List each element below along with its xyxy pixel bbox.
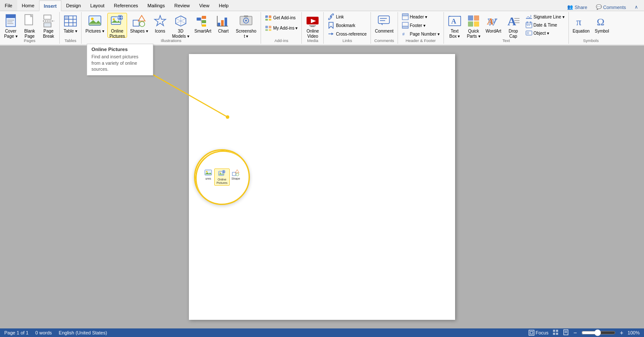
shapes-button[interactable]: Shapes ▾ [128,13,150,38]
header-button[interactable]: Header ▾ [400,13,430,21]
svg-point-22 [112,18,115,21]
status-bar: Page 1 of 1 0 words English (United Stat… [0,328,644,337]
language: English (United States) [59,330,107,335]
cover-page-button[interactable]: CoverPage ▾ [2,13,20,38]
svg-rect-56 [265,26,268,28]
tooltip-popup: Online Pictures Find and insert pictures… [87,44,153,75]
svg-rect-57 [269,26,271,28]
link-button[interactable]: Link [325,13,346,21]
tooltip-title: Online Pictures [91,47,149,52]
zoom-pictures-icon [204,168,213,177]
svg-rect-125 [553,333,555,335]
drop-cap-button[interactable]: A DropCap [504,13,522,38]
icons-button[interactable]: Icons [151,13,169,38]
zoom-in-button[interactable]: + [620,329,623,336]
equation-button[interactable]: π Equation [571,13,592,38]
3d-models-button[interactable]: 3DModels ▾ [170,13,191,38]
drop-cap-icon: A [507,14,520,28]
online-video-label: OnlineVideo [307,29,319,39]
print-layout-icon[interactable] [563,329,569,336]
tab-review[interactable]: Review [170,0,194,11]
my-addins-icon [265,24,272,31]
cross-reference-button[interactable]: Cross-reference [325,30,369,38]
drop-cap-label: DropCap [509,29,518,39]
svg-rect-53 [265,19,268,21]
blank-page-button[interactable]: BlankPage [21,13,39,38]
zoom-out-button[interactable]: − [573,329,577,336]
footer-button[interactable]: Footer ▾ [400,21,428,29]
tab-references[interactable]: References [109,0,143,11]
tables-group-label: Tables [60,38,81,43]
addins-group-label: Add-ins [261,38,301,43]
svg-rect-124 [556,330,558,332]
wordart-button[interactable]: W A WordArt [483,13,504,38]
focus-icon [529,330,535,336]
focus-label: Focus [536,330,549,335]
svg-rect-8 [44,15,51,19]
comment-icon [377,14,391,28]
tab-layout[interactable]: Layout [85,0,109,11]
online-video-icon [306,14,319,28]
svg-rect-127 [564,330,568,335]
media-group-label: Media [302,38,323,43]
online-pictures-button[interactable]: OnlinePictures [107,13,127,38]
chart-button[interactable]: Chart [214,13,232,38]
table-button[interactable]: Table ▾ [61,13,79,38]
shapes-label: Shapes ▾ [130,29,148,34]
tab-design[interactable]: Design [61,0,85,11]
equation-label: Equation [573,29,589,34]
share-button[interactable]: 👥 Share [565,3,589,11]
bookmark-button[interactable]: Bookmark [325,21,357,29]
signature-line-button[interactable]: Signature Line ▾ [523,13,567,21]
ribbon-group-header-footer: Header ▾ Footer ▾ # [398,12,444,44]
tab-mailings[interactable]: Mailings [143,0,170,11]
svg-point-18 [91,18,94,20]
svg-rect-44 [225,18,227,26]
svg-rect-42 [218,23,220,26]
zoom-pictures-label: ures [205,177,211,180]
tab-view[interactable]: View [194,0,214,11]
comment-button[interactable]: Comment [373,13,395,38]
ribbon-group-text: A TextBox ▾ [444,12,569,44]
zoom-circle-annotation: ures Onlin [194,149,250,205]
svg-rect-62 [309,25,316,26]
text-box-button[interactable]: A TextBox ▾ [446,13,464,38]
tab-help[interactable]: Help [214,0,234,11]
text-box-label: TextBox ▾ [449,29,460,39]
symbol-button[interactable]: Ω Symbol [592,13,611,38]
tab-home[interactable]: Home [17,0,39,11]
date-time-button[interactable]: Date & Time [523,21,567,29]
zoom-slider[interactable] [581,329,616,336]
page-number-icon: # [402,30,409,37]
tab-file[interactable]: File [0,0,17,11]
online-video-button[interactable]: OnlineVideo [304,13,322,38]
wordart-label: WordArt [486,29,501,34]
ribbon-group-media: OnlineVideo Media [302,12,324,44]
pictures-button[interactable]: Pictures ▾ [83,13,106,38]
svg-rect-100 [529,25,530,26]
zoom-percent: 100% [628,330,640,335]
layout-icon[interactable] [553,329,559,336]
comments-button[interactable]: 💬 Comments [593,3,629,11]
focus-button[interactable]: Focus [529,330,549,336]
get-addins-button[interactable]: + Get Add-ins [263,13,298,22]
screenshot-button[interactable]: Screenshot ▾ [233,13,259,38]
collapse-ribbon-button[interactable]: ∧ [632,3,641,11]
zoom-circle: ures Onlin [194,149,250,205]
object-button[interactable]: Object ▾ [523,29,567,37]
symbol-label: Symbol [595,29,609,34]
quick-parts-button[interactable]: QuickParts ▾ [465,13,483,38]
svg-point-30 [140,21,145,27]
zoom-online-pictures-item: OnlinePictures [214,168,230,185]
page-break-button[interactable]: PageBreak [39,13,58,38]
tab-insert[interactable]: Insert [39,0,61,11]
svg-rect-63 [310,26,315,27]
icons-label: Icons [155,29,165,34]
my-addins-button[interactable]: My Add-ins ▾ [263,23,300,33]
smartart-button[interactable]: SmartArt [192,13,213,38]
quick-parts-label: QuickParts ▾ [467,29,480,39]
ribbon-tab-bar: File Home Insert Design Layout Reference… [0,0,644,11]
page-number-button[interactable]: # Page Number ▾ [400,30,442,38]
svg-rect-59 [269,29,271,31]
svg-rect-122 [530,331,533,334]
